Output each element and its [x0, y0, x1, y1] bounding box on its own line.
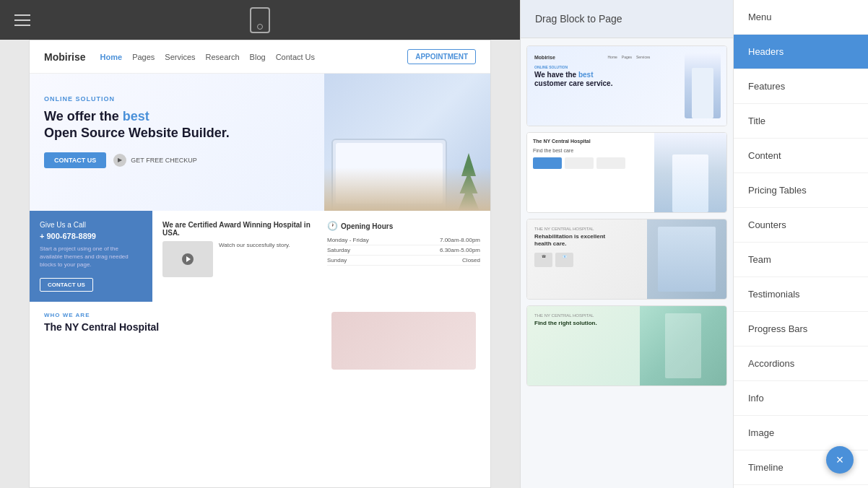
drag-panel-scroll[interactable]: Mobirise HomePagesServices APPT ONLINE S…: [521, 38, 733, 488]
sidebar-item-features[interactable]: Features: [734, 69, 868, 104]
day-3: Sunday: [327, 257, 347, 263]
hero-title: We offer the best Open Source Website Bu…: [44, 108, 261, 142]
time-3: Closed: [462, 257, 480, 263]
preview-nav: Mobirise Home Pages Services Research Bl…: [30, 40, 490, 74]
block-img-4: THE NY CENTRAL HOSPITAL Find the right s…: [527, 306, 726, 385]
sidebar-testimonials-label: Testimonials: [748, 289, 800, 300]
preview-bottom: WHO WE ARE The NY Central Hospital: [30, 302, 490, 380]
certified-title: We are Certified Award Winning Hospital …: [162, 221, 316, 237]
mini-header-2: The NY Central Hospital Find the best ca…: [527, 133, 726, 212]
sidebar-item-counters[interactable]: Counters: [734, 208, 868, 243]
sidebar-item-progress-bars[interactable]: Progress Bars: [734, 312, 868, 347]
hero-hands: [324, 167, 490, 211]
preview-info: Give Us a Call + 900-678-8899 Start a pr…: [30, 211, 490, 302]
block-img-1: Mobirise HomePagesServices APPT ONLINE S…: [527, 46, 726, 126]
sidebar-item-content[interactable]: Content: [734, 139, 868, 173]
preview-nav-links: Home Pages Services Research Blog Contac…: [100, 53, 394, 61]
info-phone: + 900-678-8899: [40, 232, 142, 240]
hamburger-menu[interactable]: [14, 14, 30, 26]
hero-image: [324, 74, 490, 211]
checkup-button[interactable]: ▶ GET FREE CHECKUP: [113, 154, 196, 167]
sidebar-pricing-label: Pricing Tables: [748, 185, 807, 196]
info-hours-col: 🕐 Opening Hours Monday - Friday 7.00am-8…: [327, 221, 480, 292]
sidebar-accordions-label: Accordions: [748, 358, 794, 369]
video-thumbnail[interactable]: [162, 241, 213, 277]
clock-icon: 🕐: [327, 221, 338, 231]
sidebar-menu-label: Menu: [748, 12, 772, 22]
block-img-3: THE NY CENTRAL HOSPITAL Rehabilitation i…: [527, 219, 726, 299]
hero-title-text1: We offer the: [44, 109, 123, 123]
mini-header-4: THE NY CENTRAL HOSPITAL Find the right s…: [527, 306, 726, 385]
sidebar-item-testimonials[interactable]: Testimonials: [734, 277, 868, 312]
info-certified-col: We are Certified Award Winning Hospital …: [162, 221, 316, 292]
hours-row-1: Monday - Friday 7.00am-8.00pm: [327, 235, 480, 245]
right-sidebar: Menu Headers Features Title Content Pric…: [733, 0, 868, 488]
contact-us-button[interactable]: CONTACT US: [44, 152, 106, 168]
block-preview-1[interactable]: Mobirise HomePagesServices APPT ONLINE S…: [526, 45, 727, 126]
info-blue-box: Give Us a Call + 900-678-8899 Start a pr…: [30, 211, 152, 302]
nav-link-home: Home: [100, 53, 123, 61]
checkup-icon: ▶: [113, 154, 126, 167]
time-1: 7.00am-8.00pm: [440, 237, 480, 243]
sidebar-item-team[interactable]: Team: [734, 243, 868, 277]
sidebar-item-pricing-tables[interactable]: Pricing Tables: [734, 173, 868, 208]
info-right: We are Certified Award Winning Hospital …: [152, 211, 490, 302]
mini-links-1: HomePagesServices: [608, 55, 651, 59]
hours-row-3: Sunday Closed: [327, 256, 480, 266]
day-2: Saturday: [327, 247, 350, 253]
day-1: Monday - Friday: [327, 237, 369, 243]
hero-title-blue: best: [123, 109, 149, 123]
nav-link-pages: Pages: [132, 53, 155, 61]
video-text: Watch our succesfully story.: [219, 241, 290, 249]
preview-hero: ONLINE SOLUTION We offer the best Open S…: [30, 74, 490, 211]
bottom-text: WHO WE ARE The NY Central Hospital: [44, 312, 321, 370]
sidebar-item-headers[interactable]: Headers: [734, 35, 868, 69]
sidebar-progress-label: Progress Bars: [748, 323, 807, 334]
info-call-title: Give Us a Call: [40, 221, 142, 229]
mini-logo-2: The NY Central Hospital: [533, 139, 591, 144]
sidebar-timeline-label: Timeline: [748, 462, 784, 473]
mobile-device-icon[interactable]: [250, 7, 270, 33]
nav-link-contact: Contact Us: [276, 53, 315, 61]
block-img-2: The NY Central Hospital Find the best ca…: [527, 133, 726, 212]
info-description: Start a project using one of the availab…: [40, 245, 142, 269]
close-button[interactable]: ×: [826, 446, 854, 474]
mini-doc2: [654, 133, 726, 212]
sidebar-title-label: Title: [748, 116, 765, 126]
nav-link-research: Research: [206, 53, 240, 61]
sidebar-item-menu[interactable]: Menu: [734, 0, 868, 35]
block-preview-2[interactable]: The NY Central Hospital Find the best ca…: [526, 132, 727, 213]
sidebar-item-info[interactable]: Info: [734, 381, 868, 416]
drag-panel-title: Drag Block to Page: [521, 0, 733, 38]
toolbar: [0, 0, 520, 40]
mini-header-3: THE NY CENTRAL HOSPITAL Rehabilitation i…: [527, 219, 726, 299]
sidebar-content-label: Content: [748, 150, 781, 161]
video-play-button[interactable]: [182, 253, 194, 265]
sidebar-features-label: Features: [748, 81, 785, 92]
sidebar-item-title[interactable]: Title: [734, 104, 868, 139]
hero-title-text2: Open Source Website Builder.: [44, 126, 230, 140]
sidebar-info-label: Info: [748, 393, 764, 404]
info-contact-btn[interactable]: CONTACT US: [40, 278, 93, 292]
mini-logo-1: Mobirise: [534, 55, 555, 60]
info-video: Watch our succesfully story.: [162, 241, 316, 277]
preview-logo: Mobirise: [44, 51, 86, 63]
sidebar-image-label: Image: [748, 427, 774, 438]
drag-block-panel: Drag Block to Page Mobirise HomePagesSer…: [520, 0, 733, 488]
hours-grid: Monday - Friday 7.00am-8.00pm Saturday 6…: [327, 235, 480, 266]
sidebar-item-accordions[interactable]: Accordions: [734, 347, 868, 381]
block-preview-3[interactable]: THE NY CENTRAL HOSPITAL Rehabilitation i…: [526, 219, 727, 300]
appointment-button[interactable]: APPOINTMENT: [407, 49, 476, 64]
hours-title: 🕐 Opening Hours: [327, 221, 480, 231]
mini-doctor-image: [685, 53, 721, 118]
time-2: 6.30am-5.00pm: [440, 247, 480, 253]
website-preview: Mobirise Home Pages Services Research Bl…: [29, 40, 491, 488]
checkup-label: GET FREE CHECKUP: [131, 157, 196, 164]
canvas-area: Mobirise Home Pages Services Research Bl…: [0, 0, 520, 488]
hours-row-2: Saturday 6.30am-5.00pm: [327, 245, 480, 256]
sidebar-item-image[interactable]: Image: [734, 416, 868, 450]
who-we-are-badge: WHO WE ARE: [44, 312, 321, 318]
sidebar-counters-label: Counters: [748, 219, 786, 230]
block-preview-4[interactable]: THE NY CENTRAL HOSPITAL Find the right s…: [526, 305, 727, 386]
hours-title-text: Opening Hours: [341, 222, 393, 230]
